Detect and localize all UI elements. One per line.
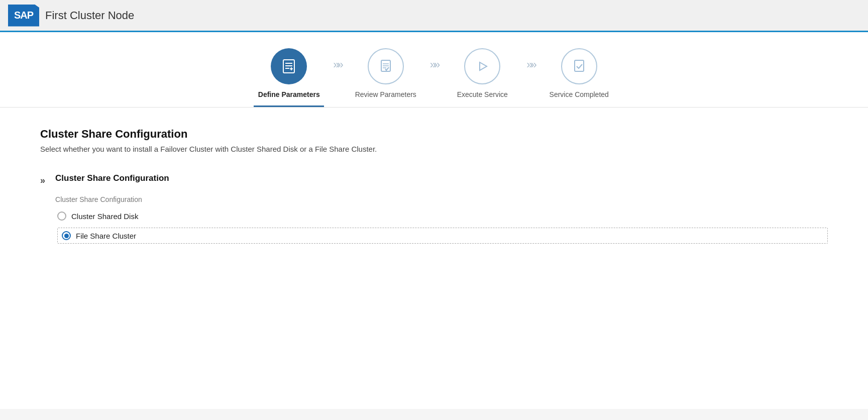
radio-cluster-shared-disk[interactable]: Cluster Shared Disk [57, 212, 828, 221]
main-content: Cluster Share Configuration Select wheth… [0, 108, 868, 409]
sap-logo: SAP [8, 5, 39, 27]
step-circle-execute [464, 48, 500, 84]
sap-logo-text: SAP [14, 10, 33, 21]
step-service-completed[interactable]: Service Completed [539, 48, 619, 107]
step-circle-review [368, 48, 404, 84]
sub-section-title: Cluster Share Configuration [55, 173, 828, 183]
play-icon [474, 58, 490, 74]
header: SAP First Cluster Node [0, 0, 868, 32]
step-label-complete: Service Completed [544, 90, 614, 107]
step-circle-define [271, 48, 307, 84]
review-icon [378, 58, 394, 74]
radio-btn-file-share-cluster[interactable] [62, 231, 71, 240]
page-title: First Cluster Node [45, 9, 134, 22]
sub-section: » Cluster Share Configuration Cluster Sh… [40, 173, 828, 244]
list-add-icon [280, 57, 298, 75]
radio-file-share-cluster[interactable]: File Share Cluster [57, 228, 828, 244]
radio-btn-cluster-shared-disk[interactable] [57, 212, 66, 221]
section-title: Cluster Share Configuration [40, 128, 828, 141]
section-desc: Select whether you want to install a Fai… [40, 145, 828, 153]
chevron-icon: » [40, 175, 45, 186]
arrow-2: »» [430, 48, 438, 71]
step-label-review: Review Parameters [351, 90, 421, 107]
radio-group: Cluster Shared Disk File Share Cluster [57, 212, 828, 244]
svg-rect-11 [575, 60, 584, 71]
wizard-steps: Define Parameters »» Review Parameters »… [0, 32, 868, 108]
step-label-define: Define Parameters [254, 90, 324, 107]
radio-label-cluster-shared-disk: Cluster Shared Disk [71, 212, 138, 221]
arrow-1: »» [333, 48, 341, 71]
step-execute-service[interactable]: Execute Service [442, 48, 522, 107]
svg-marker-10 [480, 62, 487, 70]
step-define-parameters[interactable]: Define Parameters [249, 48, 329, 107]
step-review-parameters[interactable]: Review Parameters [346, 48, 426, 107]
check-document-icon [571, 58, 587, 74]
arrow-3: »» [526, 48, 534, 71]
step-circle-complete [561, 48, 597, 84]
field-label: Cluster Share Configuration [55, 195, 828, 203]
step-label-execute: Execute Service [447, 90, 517, 107]
sub-content: Cluster Share Configuration Cluster Shar… [55, 173, 828, 244]
radio-label-file-share-cluster: File Share Cluster [76, 232, 136, 240]
